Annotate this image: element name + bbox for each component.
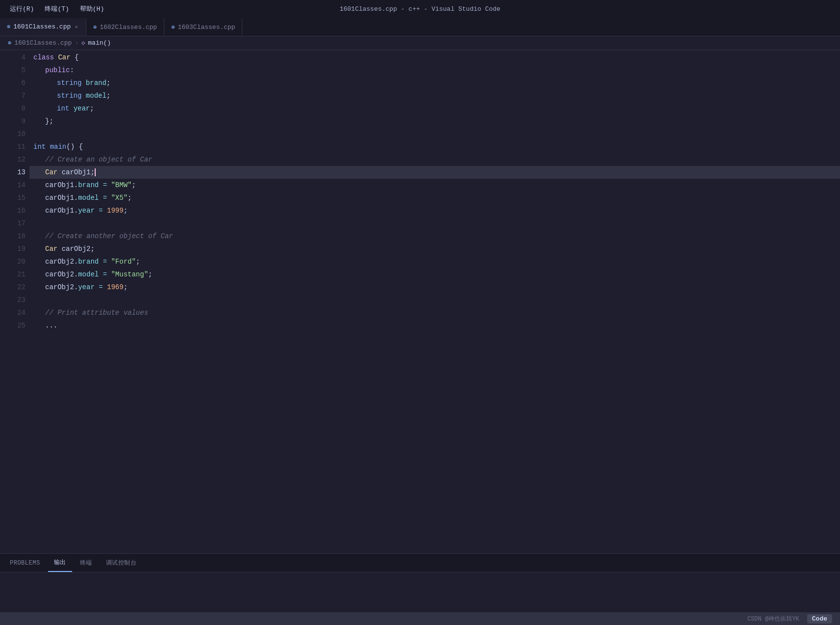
code-line-8: int year;: [29, 102, 840, 115]
code-line-13: Car carObj1;: [29, 166, 840, 179]
var-carobj1: carObj1: [62, 166, 91, 179]
member-brand-20: brand: [78, 255, 99, 268]
ln-17: 17: [4, 217, 26, 230]
bottom-panel: PROBLEMS 输出 终端 调试控制台: [0, 553, 840, 612]
num-1969: 1969: [107, 281, 124, 294]
editor-area: 4 5 6 7 8 9 10 11 12 13 14 15 16 17 18 1…: [0, 50, 840, 553]
bottom-content-area: [0, 572, 840, 612]
ln-19: 19: [4, 243, 26, 255]
window-title: 1601Classes.cpp - c++ - Visual Studio Co…: [340, 5, 500, 13]
code-line-11: int main() {: [29, 140, 840, 153]
ln-10: 10: [4, 128, 26, 140]
code-line-21: carObj2.model = "Mustang";: [29, 268, 840, 281]
var-carobj2-22: carObj2: [45, 281, 74, 294]
tab-debug-console[interactable]: 调试控制台: [100, 554, 143, 572]
tab-1602classes[interactable]: ⊕ 1602Classes.cpp: [86, 18, 164, 36]
ln-18: 18: [4, 230, 26, 243]
menu-run[interactable]: 运行(R): [5, 2, 39, 15]
classname-car: Car: [58, 51, 70, 64]
ln-7: 7: [4, 89, 26, 102]
code-badge: Code: [807, 614, 832, 624]
watermark-text: CSDN @神也佑我YK: [747, 615, 799, 623]
ln-22: 22: [4, 281, 26, 294]
fn-main: main: [50, 140, 67, 153]
code-line-12: // Create an object of Car: [29, 153, 840, 166]
ln-8: 8: [4, 102, 26, 115]
breadcrumb-symbol[interactable]: main(): [88, 39, 111, 47]
tab-terminal[interactable]: 终端: [74, 554, 98, 572]
type-int-8: int: [57, 102, 69, 115]
type-string-6: string: [57, 77, 81, 89]
type-int-11: int: [33, 140, 46, 153]
code-line-5: public:: [29, 64, 840, 77]
ln-20: 20: [4, 255, 26, 268]
ln-11: 11: [4, 140, 26, 153]
ln-4: 4: [4, 51, 26, 64]
comment-24: // Print attribute values: [45, 306, 148, 319]
classname-car-13: Car: [45, 166, 57, 179]
ln-12: 12: [4, 153, 26, 166]
code-line-7: string model;: [29, 89, 840, 102]
tab-1601classes[interactable]: ⊕ 1601Classes.cpp ✕: [0, 18, 86, 36]
ln-14: 14: [4, 179, 26, 191]
code-line-24: // Print attribute values: [29, 306, 840, 319]
tab-1603classes[interactable]: ⊕ 1603Classes.cpp: [164, 18, 242, 36]
code-line-18: // Create another object of Car: [29, 230, 840, 243]
str-x5: "X5": [111, 191, 128, 204]
code-line-16: carObj1.year = 1999;: [29, 204, 840, 217]
tab-close-1[interactable]: ✕: [74, 23, 79, 31]
menu-terminal[interactable]: 终端(T): [40, 2, 74, 15]
ln-13: 13: [4, 166, 26, 179]
var-carobj1-14: carObj1: [45, 179, 74, 191]
code-line-9: };: [29, 115, 840, 128]
ln-15: 15: [4, 191, 26, 204]
code-line-10: [29, 128, 840, 140]
breadcrumb-icon: ⊕: [8, 39, 11, 47]
comment-12: // Create an object of Car: [45, 153, 152, 166]
menu-help[interactable]: 帮助(H): [75, 2, 109, 15]
member-model-21: model: [78, 268, 99, 281]
kw-public: public: [45, 64, 70, 77]
ln-24: 24: [4, 306, 26, 319]
member-year-16: year: [78, 204, 95, 217]
code-editor[interactable]: class Car { public: string brand; string…: [29, 50, 840, 553]
titlebar: 运行(R) 终端(T) 帮助(H) 1601Classes.cpp - c++ …: [0, 0, 840, 18]
ln-25: 25: [4, 319, 26, 332]
str-ford: "Ford": [111, 255, 135, 268]
ln-16: 16: [4, 204, 26, 217]
code-line-14: carObj1.brand = "BMW";: [29, 179, 840, 191]
var-carobj1-15: carObj1: [45, 191, 74, 204]
code-line-22: carObj2.year = 1969;: [29, 281, 840, 294]
ln-9: 9: [4, 115, 26, 128]
classname-car-19: Car: [45, 243, 57, 255]
tabs-bar: ⊕ 1601Classes.cpp ✕ ⊕ 1602Classes.cpp ⊕ …: [0, 18, 840, 36]
var-carobj2: carObj2: [62, 243, 91, 255]
code-line-6: string brand;: [29, 77, 840, 89]
code-line-25: ...: [29, 319, 840, 332]
code-line-15: carObj1.model = "X5";: [29, 191, 840, 204]
breadcrumb-file[interactable]: 1601Classes.cpp: [14, 39, 72, 47]
bottom-tabs-bar: PROBLEMS 输出 终端 调试控制台: [0, 554, 840, 572]
tab-icon-1: ⊕: [7, 23, 10, 30]
type-string-7: string: [57, 89, 81, 102]
str-bmw: "BMW": [111, 179, 131, 191]
tab-label-2: 1602Classes.cpp: [100, 24, 157, 31]
tab-icon-3: ⊕: [171, 24, 175, 31]
line-numbers: 4 5 6 7 8 9 10 11 12 13 14 15 16 17 18 1…: [4, 50, 29, 553]
ln-23: 23: [4, 294, 26, 306]
var-carobj2-20: carObj2: [45, 255, 74, 268]
left-sidebar-bar: [0, 50, 4, 553]
member-brand: brand: [86, 77, 106, 89]
code-line-23: [29, 294, 840, 306]
tab-output[interactable]: 输出: [48, 554, 72, 572]
text-cursor: [95, 168, 96, 176]
code-line-19: Car carObj2;: [29, 243, 840, 255]
member-year: year: [74, 102, 90, 115]
comment-18: // Create another object of Car: [45, 230, 173, 243]
tab-problems[interactable]: PROBLEMS: [4, 554, 46, 572]
breadcrumb-symbol-icon: ◇: [81, 39, 85, 47]
code-line-17: [29, 217, 840, 230]
member-brand-14: brand: [78, 179, 99, 191]
tab-label-1: 1601Classes.cpp: [13, 23, 71, 30]
activity-indicator: [0, 50, 1, 553]
